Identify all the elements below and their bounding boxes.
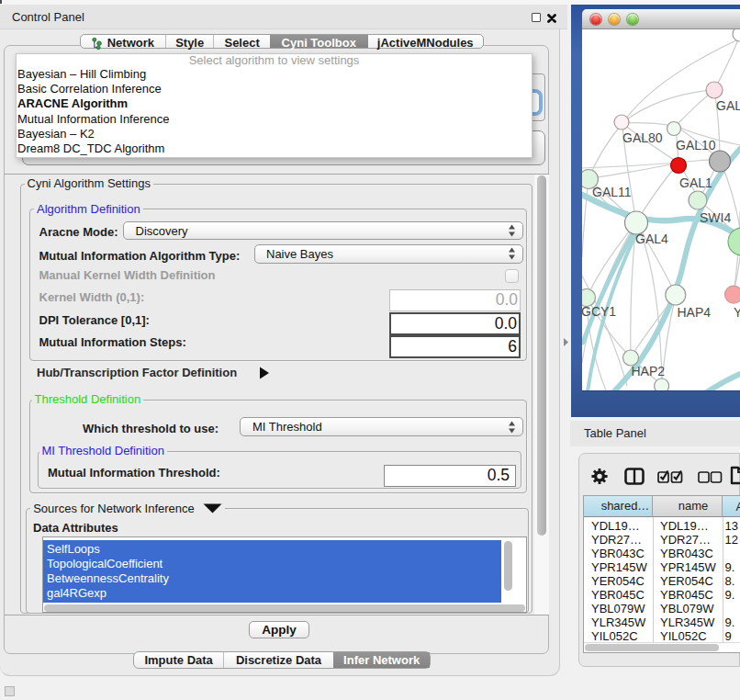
svg-text:HAP4: HAP4 <box>678 305 712 320</box>
svg-text:GAL80: GAL80 <box>622 130 663 145</box>
svg-text:Y: Y <box>734 305 740 320</box>
svg-text:GAL11: GAL11 <box>592 185 632 199</box>
svg-text:GAL10: GAL10 <box>676 138 716 152</box>
svg-text:GAL1: GAL1 <box>679 175 712 190</box>
svg-text:GCY1: GCY1 <box>582 304 616 319</box>
svg-text:GAL4: GAL4 <box>635 231 668 246</box>
svg-text:GAL: GAL <box>716 98 740 113</box>
svg-text:SWI4: SWI4 <box>700 210 731 225</box>
svg-text:HAP2: HAP2 <box>632 364 666 378</box>
